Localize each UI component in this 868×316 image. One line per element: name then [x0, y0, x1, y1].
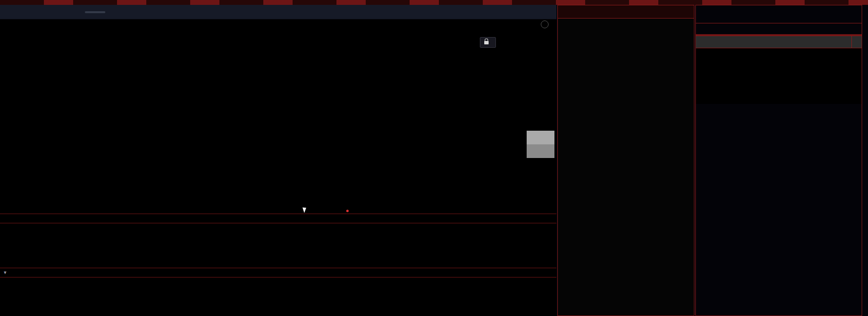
stock-title-bar: [696, 5, 862, 23]
window-titlebar: [0, 0, 868, 5]
quote-panel: [695, 5, 862, 316]
main-kline-canvas[interactable]: [0, 30, 556, 214]
bs-points-hint-button[interactable]: [480, 37, 496, 48]
weibi-row: [696, 23, 862, 35]
stock-name: [701, 8, 857, 20]
trading-terminal-window: ▼: [0, 0, 868, 316]
zoom-pill: [85, 11, 105, 13]
red-marker-dot: [346, 210, 349, 212]
signal-diamond-markers: [0, 25, 556, 31]
auto-analysis-header: [558, 5, 694, 19]
order-flow-pie-area: [696, 48, 862, 104]
kline-chart-area: ▼: [0, 20, 556, 316]
chart-toolbar: [0, 5, 556, 20]
dragon-tiger-title: [696, 36, 851, 48]
side-tab-strip: [863, 5, 868, 316]
dragon-settings-button[interactable]: [851, 36, 862, 48]
weibi-value: [701, 23, 857, 34]
order-flow-pie-chart: [751, 55, 803, 107]
lock-icon: [484, 41, 489, 44]
volume-pane-header: [0, 214, 556, 223]
dragon-tiger-bar: [696, 36, 862, 48]
auto-analysis-panel: [557, 5, 694, 316]
volume-canvas[interactable]: [0, 224, 556, 266]
indicator-dropdown-caret[interactable]: ▼: [3, 268, 7, 277]
macd-pane-header: ▼: [0, 268, 556, 277]
chip-distribution-box: [527, 131, 554, 158]
macd-canvas[interactable]: [0, 278, 556, 316]
